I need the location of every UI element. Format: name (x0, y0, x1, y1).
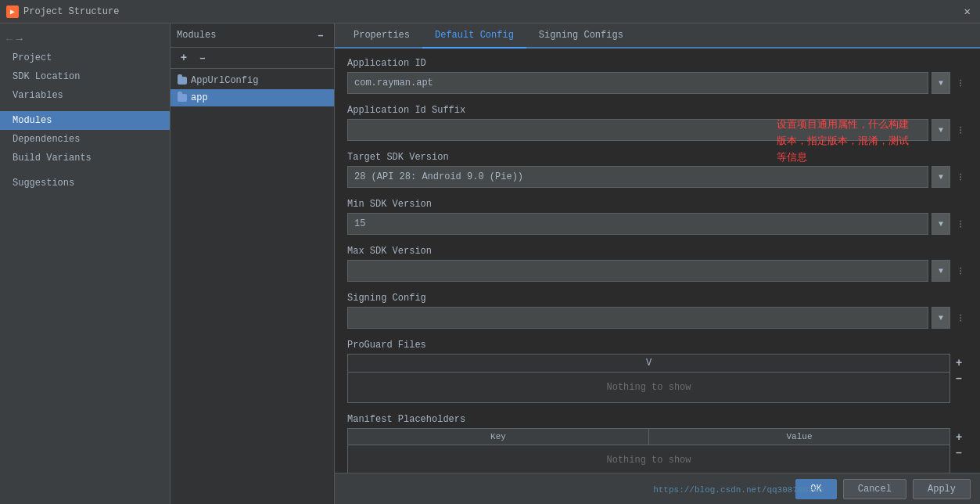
manifest-add-button[interactable]: + (952, 430, 966, 444)
apply-button[interactable]: Apply (913, 479, 971, 499)
application-id-suffix-label: Application Id Suffix (347, 105, 967, 116)
tab-properties[interactable]: Properties (341, 23, 422, 49)
signing-config-extra[interactable]: ⁝ (953, 307, 967, 329)
max-sdk-version-select[interactable] (347, 260, 928, 282)
sidebar-item-suggestions[interactable]: Suggestions (0, 174, 170, 193)
proguard-toolbar: + – (950, 354, 967, 403)
modules-toolbar: – (314, 28, 328, 42)
sidebar-item-variables[interactable]: Variables (0, 86, 170, 105)
application-id-group: Application ID com.rayman.apt ▼ ⁝ (347, 58, 967, 94)
application-id-row: com.rayman.apt ▼ ⁝ (347, 72, 967, 94)
min-sdk-version-select[interactable]: 15 (347, 213, 928, 235)
max-sdk-extra[interactable]: ⁝ (953, 260, 967, 282)
signing-config-group: Signing Config ▼ ⁝ (347, 293, 967, 329)
proguard-empty-text: Nothing to show (348, 373, 949, 402)
proguard-header-row: V (348, 355, 949, 373)
nav-back[interactable]: ← (6, 33, 13, 45)
signing-config-row: ▼ ⁝ (347, 307, 967, 329)
application-id-select[interactable]: com.rayman.apt (347, 72, 928, 94)
add-module-button[interactable]: + (177, 51, 191, 65)
application-id-label: Application ID (347, 58, 967, 69)
proguard-v-header: V (348, 355, 949, 372)
tabs-bar: Properties Default Config Signing Config… (335, 23, 980, 49)
manifest-remove-button[interactable]: – (952, 445, 966, 459)
manifest-header-row: Key Value (348, 429, 949, 445)
remove-module-button[interactable]: – (196, 51, 210, 65)
max-sdk-dropdown[interactable]: ▼ (932, 260, 950, 282)
proguard-table-inner: V Nothing to show (347, 354, 950, 403)
min-sdk-dropdown[interactable]: ▼ (932, 213, 950, 235)
max-sdk-version-group: Max SDK Version ▼ ⁝ (347, 246, 967, 282)
target-sdk-dropdown[interactable]: ▼ (932, 166, 950, 188)
signing-config-select[interactable] (347, 307, 928, 329)
proguard-files-label: ProGuard Files (347, 340, 967, 351)
close-button[interactable]: ✕ (961, 5, 974, 18)
form-content: Application ID com.rayman.apt ▼ ⁝ Applic… (335, 49, 980, 473)
signing-config-dropdown[interactable]: ▼ (932, 307, 950, 329)
minimize-button[interactable]: – (314, 28, 328, 42)
manifest-toolbar: + – (950, 428, 967, 473)
min-sdk-extra[interactable]: ⁝ (953, 213, 967, 235)
nav-arrows: ← → (0, 30, 170, 49)
manifest-placeholders-label: Manifest Placeholders (347, 414, 967, 425)
sidebar: ← → Project SDK Location Variables Modul… (0, 23, 171, 504)
window-title: Project Structure (23, 6, 961, 17)
tab-default-config[interactable]: Default Config (422, 23, 526, 49)
sidebar-item-project[interactable]: Project (0, 49, 170, 67)
manifest-table-inner: Key Value Nothing to show (347, 428, 950, 473)
min-sdk-version-row: 15 ▼ ⁝ (347, 213, 967, 235)
sidebar-item-modules[interactable]: Modules (0, 111, 170, 130)
manifest-key-header: Key (348, 429, 649, 445)
bottom-bar: https://blog.csdn.net/qq308780280 OK Can… (335, 473, 980, 504)
module-item-appurlconfig[interactable]: AppUrlConfig (171, 72, 334, 89)
nav-forward[interactable]: → (16, 33, 22, 45)
manifest-value-header: Value (649, 429, 949, 445)
watermark-link: https://blog.csdn.net/qq308780280 (653, 485, 824, 495)
manifest-placeholders-section: Manifest Placeholders Key Value Nothing … (347, 414, 967, 473)
sidebar-item-build-variants[interactable]: Build Variants (0, 149, 170, 167)
max-sdk-version-row: ▼ ⁝ (347, 260, 967, 282)
proguard-files-container: V Nothing to show + – (347, 354, 967, 403)
signing-config-label: Signing Config (347, 293, 967, 304)
target-sdk-extra[interactable]: ⁝ (953, 166, 967, 188)
proguard-remove-button[interactable]: – (952, 371, 966, 385)
proguard-add-button[interactable]: + (952, 355, 966, 369)
modules-label: Modules (177, 30, 216, 41)
sidebar-item-sdk-location[interactable]: SDK Location (0, 67, 170, 86)
proguard-files-table: V Nothing to show (347, 354, 950, 403)
target-sdk-version-row: 28 (API 28: Android 9.0 (Pie)) ▼ ⁝ (347, 166, 967, 188)
manifest-empty-text: Nothing to show (348, 445, 949, 473)
title-bar: ▶ Project Structure ✕ (0, 0, 980, 23)
cancel-button[interactable]: Cancel (843, 479, 906, 499)
module-app-icon (177, 92, 188, 103)
watermark-text: 设置项目通用属性，什么构建 版本，指定版本，混淆，测试 等信息 (777, 117, 964, 166)
proguard-files-section: ProGuard Files V Nothing to show + – (347, 340, 967, 403)
max-sdk-version-label: Max SDK Version (347, 246, 967, 257)
sidebar-item-dependencies[interactable]: Dependencies (0, 130, 170, 149)
app-icon: ▶ (6, 5, 19, 18)
manifest-placeholders-table: Key Value Nothing to show (347, 428, 950, 473)
application-id-extra[interactable]: ⁝ (953, 72, 967, 94)
min-sdk-version-group: Min SDK Version 15 ▼ ⁝ (347, 199, 967, 235)
module-item-app[interactable]: app (171, 89, 334, 106)
module-add-remove-toolbar: + – (171, 48, 334, 69)
modules-list: AppUrlConfig app (171, 69, 334, 110)
application-id-dropdown[interactable]: ▼ (932, 72, 950, 94)
manifest-placeholders-container: Key Value Nothing to show + – (347, 428, 967, 473)
content-area: Properties Default Config Signing Config… (335, 23, 980, 504)
min-sdk-version-label: Min SDK Version (347, 199, 967, 210)
tab-signing-configs[interactable]: Signing Configs (526, 23, 636, 49)
modules-header: Modules – (171, 23, 334, 48)
target-sdk-version-select[interactable]: 28 (API 28: Android 9.0 (Pie)) (347, 166, 928, 188)
module-folder-icon (177, 75, 188, 86)
modules-panel: Modules – + – AppUrlConfig app (171, 23, 335, 504)
